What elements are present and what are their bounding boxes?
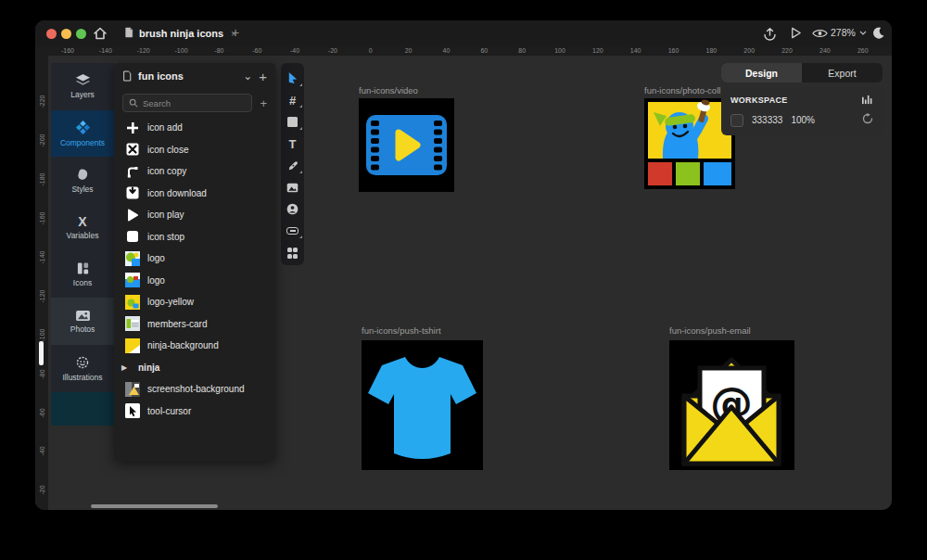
chevron-right-icon[interactable]: ▶ xyxy=(121,363,131,372)
h-ruler-tick-label: -100 xyxy=(162,46,200,56)
list-item[interactable]: logo xyxy=(114,270,275,292)
artboard-video[interactable] xyxy=(359,98,454,192)
v-ruler-tick-label: -120 xyxy=(35,276,48,315)
h-ruler-tick-label: -60 xyxy=(238,46,276,56)
artboard-label[interactable]: fun-icons/photo-coll xyxy=(644,85,720,95)
photos-icon xyxy=(75,310,91,322)
select-tool[interactable] xyxy=(281,68,304,90)
list-item[interactable]: screenshot-background xyxy=(114,378,275,401)
variables-icon: X xyxy=(78,215,86,228)
list-item[interactable]: icon add xyxy=(114,117,275,139)
window-zoom-button[interactable] xyxy=(76,29,86,39)
v-ruler-tick-label: -160 xyxy=(35,199,48,238)
file-icon xyxy=(122,70,132,82)
sidebar-item-icons[interactable]: Icons xyxy=(51,251,114,299)
frame-tool[interactable]: # xyxy=(281,90,304,112)
home-icon[interactable] xyxy=(93,26,108,41)
button-tool[interactable] xyxy=(281,221,304,243)
list-item[interactable]: logo-yellow xyxy=(114,291,275,313)
members-card-thumb xyxy=(125,316,140,331)
h-ruler-tick-label: 60 xyxy=(465,46,503,56)
components-icon xyxy=(75,120,91,135)
artboard-label[interactable]: fun-icons/video xyxy=(359,85,418,95)
list-item[interactable]: icon close xyxy=(114,139,275,161)
list-item[interactable]: members-card xyxy=(114,313,275,336)
sidebar-item-variables[interactable]: X Variables xyxy=(51,204,114,251)
color-hex-value[interactable]: 333333 xyxy=(752,115,782,125)
sidebar-item-illustrations[interactable]: Illustrations xyxy=(51,345,114,392)
illustrations-icon xyxy=(75,355,90,370)
screenshot-background-thumb xyxy=(125,382,140,397)
list-item[interactable]: icon play xyxy=(114,204,275,226)
workspace-color-row: 333333 100% xyxy=(730,113,873,127)
list-item[interactable]: icon download xyxy=(114,183,275,205)
copy-thumb xyxy=(125,164,140,179)
workspace-card: WORKSPACE 333333 100% xyxy=(721,87,883,135)
user-tool[interactable] xyxy=(281,198,304,221)
h-ruler-tick-label: -160 xyxy=(49,46,87,56)
tab-export[interactable]: Export xyxy=(802,63,883,83)
chevron-down-icon[interactable]: ⌄ xyxy=(243,70,252,83)
list-item[interactable]: icon stop xyxy=(114,226,275,248)
v-ruler-tick-label: -180 xyxy=(35,160,48,199)
pen-tool[interactable] xyxy=(281,155,304,177)
h-ruler-tick-label: 220 xyxy=(768,46,806,56)
search-add-button[interactable]: + xyxy=(260,96,267,110)
ruler-selection-marker xyxy=(39,341,44,365)
list-item-group[interactable]: ▶ ninja xyxy=(114,357,275,379)
search-icon xyxy=(129,98,138,108)
color-opacity-value[interactable]: 100% xyxy=(791,115,815,125)
zoom-level-control[interactable]: 278% xyxy=(831,27,867,38)
stop-thumb xyxy=(125,229,140,244)
list-item[interactable]: logo xyxy=(114,248,275,270)
image-tool[interactable] xyxy=(281,177,304,199)
sidebar-item-photos[interactable]: Photos xyxy=(51,298,114,345)
measure-icon[interactable] xyxy=(861,95,873,105)
artboard-push-email[interactable]: @ xyxy=(669,340,794,470)
sidebar-item-layers[interactable]: Layers xyxy=(51,63,114,110)
rectangle-tool[interactable] xyxy=(281,111,304,134)
artboard-label[interactable]: fun-icons/push-tshirt xyxy=(362,325,441,336)
h-ruler-tick-label: 240 xyxy=(806,46,844,56)
play-prototype-icon[interactable] xyxy=(789,26,805,42)
zoom-level-value: 278% xyxy=(831,27,856,38)
window-minimize-button[interactable] xyxy=(61,29,71,39)
vertical-ruler[interactable]: -220-200-180-160-140-120-100-80-60-40-20… xyxy=(35,56,48,510)
tab-design[interactable]: Design xyxy=(721,63,802,83)
eye-preview-icon[interactable] xyxy=(812,26,828,42)
search-input[interactable]: Search xyxy=(122,94,252,112)
button-icon xyxy=(286,227,298,235)
component-tool[interactable] xyxy=(281,242,304,264)
list-item[interactable]: icon copy xyxy=(114,160,275,183)
window-close-button[interactable] xyxy=(46,29,57,39)
list-item[interactable]: tool-cursor xyxy=(114,401,275,423)
library-file-name: fun icons xyxy=(138,70,236,82)
horizontal-ruler[interactable]: -160-140-120-100-80-60-40-20020406080100… xyxy=(48,46,892,56)
dark-mode-moon-icon[interactable] xyxy=(871,26,887,42)
new-tab-button[interactable]: + xyxy=(228,25,243,40)
refresh-icon[interactable] xyxy=(862,113,873,127)
text-tool[interactable]: T xyxy=(281,134,304,156)
cursor-icon xyxy=(286,71,298,85)
artboard-label[interactable]: fun-icons/push-email xyxy=(669,325,751,336)
close-thumb xyxy=(125,142,140,157)
v-ruler-tick-label: -40 xyxy=(35,432,48,471)
sidebar-item-components[interactable]: Components xyxy=(51,110,114,158)
tshirt-graphic xyxy=(362,340,483,470)
artboard-push-tshirt[interactable] xyxy=(362,340,483,470)
library-add-button[interactable]: + xyxy=(259,69,267,84)
share-export-icon[interactable] xyxy=(762,26,778,42)
ruler-corner xyxy=(35,46,48,56)
sidebar-item-styles[interactable]: Styles xyxy=(51,157,114,204)
titlebar: brush ninja icons × + 278% xyxy=(35,20,892,46)
sidebar-footer-panel xyxy=(51,392,114,426)
pen-icon xyxy=(287,160,298,172)
horizontal-scrollbar[interactable] xyxy=(91,504,218,508)
file-tab[interactable]: brush ninja icons × xyxy=(117,20,245,46)
h-ruler-tick-label: 40 xyxy=(427,46,465,56)
left-sidebar: Layers Components Styles X Variables Ico… xyxy=(51,63,114,392)
list-item[interactable]: ninja-background xyxy=(114,335,275,357)
color-swatch[interactable] xyxy=(730,114,743,127)
component-icon xyxy=(287,248,298,259)
text-icon: T xyxy=(289,137,297,151)
